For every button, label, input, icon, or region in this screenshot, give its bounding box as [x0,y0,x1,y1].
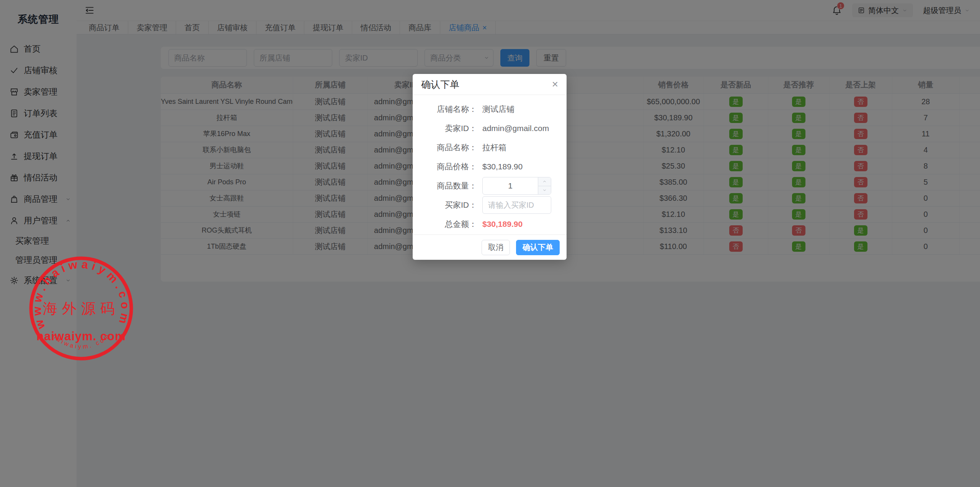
cancel-button[interactable]: 取消 [482,240,510,255]
qty-decrease-button[interactable] [538,186,551,195]
dialog-body: 店铺名称：测试店铺 卖家ID：admin@gmail.com 商品名称：拉杆箱 … [413,95,567,234]
shop-name-value: 测试店铺 [482,104,514,115]
product-name-value: 拉杆箱 [482,142,506,153]
total-value: $30,189.90 [482,220,523,229]
dialog-footer: 取消 确认下单 [413,234,567,260]
shop-name-label: 店铺名称： [413,104,477,115]
app-root: 系统管理 首页店铺审核卖家管理订单列表充值订单提现订单情侣活动商品管理用户管理买… [0,0,980,487]
buyer-id-input[interactable] [482,196,551,214]
total-label: 总金额： [413,219,477,230]
product-price-label: 商品价格： [413,161,477,172]
buyer-id-label: 买家ID： [413,200,477,210]
confirm-order-button[interactable]: 确认下单 [516,240,560,255]
quantity-stepper [482,177,551,195]
dialog-title: 确认下单 [421,78,459,91]
product-name-label: 商品名称： [413,142,477,153]
seller-id-label: 卖家ID： [413,123,477,134]
close-icon[interactable]: × [552,79,558,90]
dialog-header: 确认下单 × [413,74,567,95]
quantity-label: 商品数量： [413,180,477,191]
product-price-value: $30,189.90 [482,162,523,171]
qty-increase-button[interactable] [538,177,551,186]
confirm-order-dialog: 确认下单 × 店铺名称：测试店铺 卖家ID：admin@gmail.com 商品… [413,74,567,260]
seller-id-value: admin@gmail.com [482,124,549,133]
